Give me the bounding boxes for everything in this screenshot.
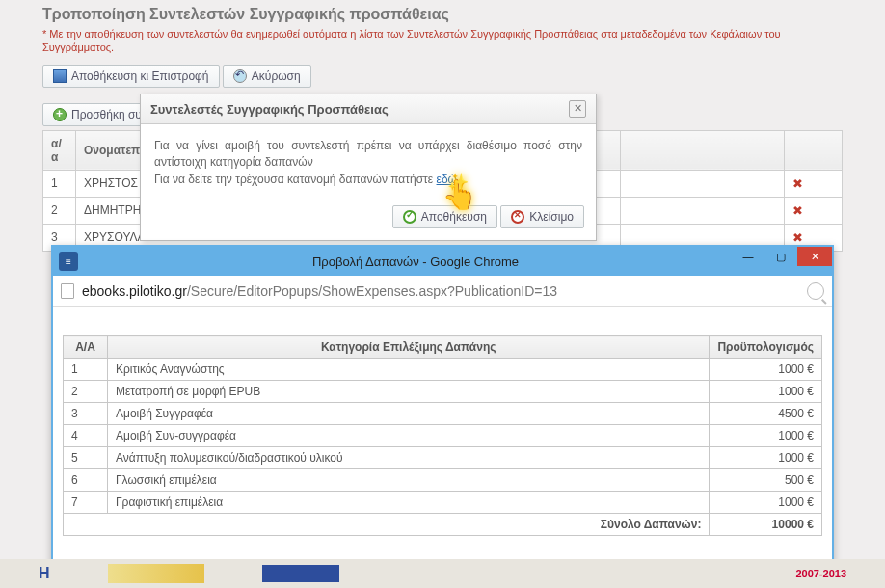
exp-cat: Κριτικός Αναγνώστης xyxy=(108,359,710,381)
exp-aa: 3 xyxy=(64,403,108,425)
exp-col-budget: Προϋπολογισμός xyxy=(710,336,822,359)
page-icon xyxy=(61,283,74,299)
undo-icon xyxy=(233,69,247,83)
favicon-icon: ≡ xyxy=(59,252,78,271)
exp-cat: Αμοιβή Συγγραφέα xyxy=(108,403,710,425)
footer-logo-icon xyxy=(108,564,204,583)
cancel-label: Ακύρωση xyxy=(252,69,301,83)
ok-icon xyxy=(403,210,416,224)
exp-aa: 7 xyxy=(64,492,108,514)
exp-col-aa: Α/Α xyxy=(64,336,108,359)
show-expenses-link[interactable]: εδώ xyxy=(437,173,457,186)
table-row: 2Μετατροπή σε μορφή EPUB1000 € xyxy=(64,381,822,403)
table-row: 4Αμοιβή Συν-συγγραφέα1000 € xyxy=(64,425,822,447)
exp-cat: Γραφιστική επιμέλεια xyxy=(108,492,710,514)
url-path: /Secure/EditorPopups/ShowExpenses.aspx?P… xyxy=(187,283,557,299)
exp-cat: Μετατροπή σε μορφή EPUB xyxy=(108,381,710,403)
page-title: Τροποποίηση Συντελεστών Συγγραφικής προσ… xyxy=(42,6,843,23)
exp-aa: 2 xyxy=(64,381,108,403)
window-close-button[interactable]: ✕ xyxy=(797,247,832,266)
zoom-icon[interactable] xyxy=(807,282,824,300)
modal-title: Συντελεστές Συγγραφικής Προσπάθειας xyxy=(150,102,389,117)
cell-aa: 1 xyxy=(43,170,76,197)
exp-bud: 1000 € xyxy=(710,492,822,514)
modal-save-label: Αποθήκευση xyxy=(421,210,487,224)
total-value: 10000 € xyxy=(710,514,822,536)
exp-bud: 1000 € xyxy=(710,447,822,469)
exp-bud: 1000 € xyxy=(710,425,822,447)
modal-line1: Για να γίνει αμοιβή του συντελεστή πρέπε… xyxy=(154,139,582,169)
cell-blank xyxy=(621,170,785,197)
exp-bud: 1000 € xyxy=(710,359,822,381)
table-row: 7Γραφιστική επιμέλεια1000 € xyxy=(64,492,822,514)
table-row: 3Αμοιβή Συγγραφέα4500 € xyxy=(64,403,822,425)
footer-brand: H xyxy=(39,565,50,582)
window-minimize-button[interactable]: — xyxy=(732,247,764,266)
browser-address-bar[interactable]: ebooks.pilotiko.gr/Secure/EditorPopups/S… xyxy=(53,276,832,307)
close-icon xyxy=(511,210,524,224)
footer-eu-icon xyxy=(262,565,339,582)
expenses-table: Α/Α Κατηγορία Επιλέξιμης Δαπάνης Προϋπολ… xyxy=(63,335,822,536)
total-label: Σύνολο Δαπανών: xyxy=(64,514,710,536)
exp-cat: Γλωσσική επιμέλεια xyxy=(108,469,710,492)
modal-close-label: Κλείσιμο xyxy=(529,210,574,224)
exp-cat: Ανάπτυξη πολυμεσικού/διαδραστικού υλικού xyxy=(108,447,710,469)
save-return-button[interactable]: Αποθήκευση κι Επιστροφή xyxy=(42,65,220,88)
save-icon xyxy=(53,69,67,83)
footer-nsrf: 2007-2013 xyxy=(795,568,846,579)
modal-close-x[interactable]: ✕ xyxy=(569,100,586,118)
contributors-modal: Συντελεστές Συγγραφικής Προσπάθειας ✕ Γι… xyxy=(140,94,597,241)
save-return-label: Αποθήκευση κι Επιστροφή xyxy=(71,69,209,83)
exp-aa: 4 xyxy=(64,425,108,447)
window-maximize-button[interactable]: ▢ xyxy=(764,247,797,266)
table-row: 1Κριτικός Αναγνώστης1000 € xyxy=(64,359,822,381)
footer: H 2007-2013 xyxy=(0,559,885,588)
add-icon xyxy=(53,108,67,121)
modal-save-button[interactable]: Αποθήκευση xyxy=(392,205,497,228)
toolbar: Αποθήκευση κι Επιστροφή Ακύρωση xyxy=(42,65,843,88)
table-row: 5Ανάπτυξη πολυμεσικού/διαδραστικού υλικο… xyxy=(64,447,822,469)
cell-blank xyxy=(621,197,785,224)
expenses-browser-window: ≡ Προβολή Δαπανών - Google Chrome — ▢ ✕ … xyxy=(51,245,834,576)
browser-titlebar[interactable]: ≡ Προβολή Δαπανών - Google Chrome — ▢ ✕ xyxy=(53,247,832,276)
col-header-blank1 xyxy=(621,130,785,170)
delete-icon[interactable]: ✖ xyxy=(792,230,803,245)
cancel-button[interactable]: Ακύρωση xyxy=(223,65,311,88)
exp-col-category: Κατηγορία Επιλέξιμης Δαπάνης xyxy=(108,336,710,359)
browser-url: ebooks.pilotiko.gr/Secure/EditorPopups/S… xyxy=(82,283,799,299)
delete-icon[interactable]: ✖ xyxy=(792,203,803,218)
exp-bud: 1000 € xyxy=(710,381,822,403)
modal-body: Για να γίνει αμοιβή του συντελεστή πρέπε… xyxy=(141,124,596,198)
cell-aa: 2 xyxy=(43,197,76,224)
col-header-aa: α/α xyxy=(43,130,76,170)
url-host: ebooks.pilotiko.gr xyxy=(82,283,187,299)
table-total-row: Σύνολο Δαπανών: 10000 € xyxy=(64,514,822,536)
exp-bud: 4500 € xyxy=(710,403,822,425)
modal-close-button[interactable]: Κλείσιμο xyxy=(500,205,584,228)
exp-cat: Αμοιβή Συν-συγγραφέα xyxy=(108,425,710,447)
col-header-actions xyxy=(785,130,843,170)
table-row: 6Γλωσσική επιμέλεια500 € xyxy=(64,469,822,492)
exp-aa: 5 xyxy=(64,447,108,469)
exp-aa: 1 xyxy=(64,359,108,381)
exp-aa: 6 xyxy=(64,469,108,492)
exp-bud: 500 € xyxy=(710,469,822,492)
browser-window-title: Προβολή Δαπανών - Google Chrome xyxy=(86,254,832,269)
delete-icon[interactable]: ✖ xyxy=(792,176,803,191)
modal-line2-pre: Για να δείτε την τρέχουσα κατανομή δαπαν… xyxy=(154,173,437,186)
warning-text: * Με την αποθήκευση των συντελεστών θα ε… xyxy=(42,27,843,55)
